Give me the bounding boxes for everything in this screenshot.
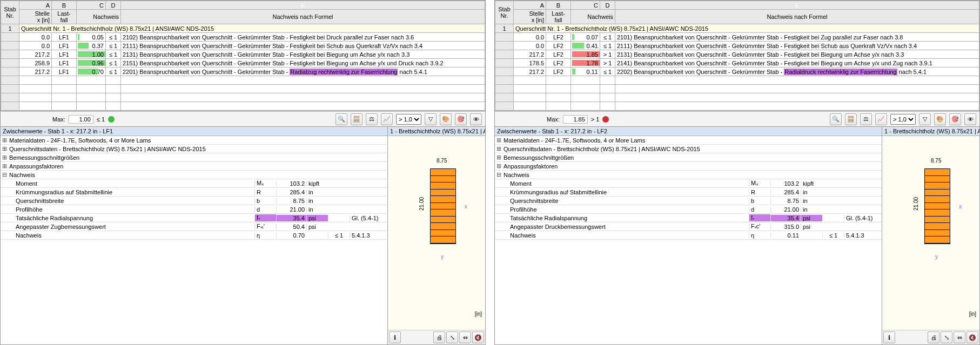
chart-icon[interactable]: 📈 — [381, 113, 393, 125]
col-header-D[interactable]: D — [600, 1, 615, 10]
value-row[interactable]: Tatsächliche Radialspannungfᵣ35.4psiGl. … — [1, 214, 387, 222]
col-stab: StabNr. — [1, 1, 19, 24]
col-header-D[interactable]: D — [106, 1, 121, 10]
palette-icon[interactable]: 🎨 — [440, 113, 452, 125]
result-row[interactable]: 0.0LF10.37≤ 12111) Beanspruchbarkeit von… — [1, 42, 485, 50]
filter-icon[interactable]: 🔍 — [335, 113, 347, 125]
print-icon[interactable]: 🖨 — [433, 332, 445, 343]
value-row[interactable]: Profilhöhed21.00in — [1, 205, 387, 214]
funnel-icon[interactable]: ▽ — [425, 113, 437, 125]
col-header-A[interactable]: A — [19, 1, 52, 10]
result-row[interactable]: 258.9LF10.96≤ 12151) Beanspruchbarkeit v… — [1, 59, 485, 67]
tree-node[interactable]: ⊞Bemessungsschnittgrößen — [1, 153, 387, 162]
value-row[interactable]: MomentMₓ103.2kipft — [495, 179, 882, 188]
threshold-combo[interactable]: > 1,0 — [396, 114, 421, 125]
value-row[interactable]: Nachweisη0.11≤ 15.4.1.3 — [495, 231, 882, 240]
stab-number[interactable]: 1 — [495, 24, 514, 33]
relation-icon[interactable]: ⚖ — [860, 113, 872, 125]
result-row[interactable]: 217.2LF21.85> 12131) Beanspruchbarkeit v… — [495, 50, 979, 59]
expand-toggle[interactable]: ⊞ — [1, 137, 8, 144]
expand-toggle[interactable]: ⊞ — [1, 163, 8, 170]
highlighted-term: Radialzug rechtwinklig zur Faserrichtung — [290, 69, 398, 75]
result-row[interactable]: 0.0LF20.41≤ 12111) Beanspruchbarkeit von… — [495, 42, 979, 50]
target-icon[interactable]: 🎯 — [949, 113, 961, 125]
value-row[interactable]: Tatsächliche Radialspannungfᵣ35.4psiGl. … — [495, 214, 882, 222]
relation-icon[interactable]: ⚖ — [366, 113, 378, 125]
tree-node[interactable]: ⊞Bemessungsschnittgrößen — [495, 153, 882, 162]
info-icon[interactable]: ℹ — [883, 332, 895, 343]
col-header-A[interactable]: A — [514, 1, 546, 10]
tree-node[interactable]: ⊟Nachweis — [1, 171, 387, 179]
expand-toggle[interactable]: ⊟ — [1, 171, 8, 178]
info-icon[interactable]: ℹ — [389, 332, 401, 343]
stab-number[interactable]: 1 — [1, 24, 19, 33]
expand-toggle[interactable]: ⊞ — [1, 154, 8, 161]
unit-tag: [in] — [475, 311, 482, 317]
result-row[interactable]: 217.2LF11.00≤ 12131) Beanspruchbarkeit v… — [1, 50, 485, 59]
axes-icon[interactable]: ⤡ — [446, 332, 458, 343]
value-row[interactable]: MomentMₓ103.2kipft — [1, 179, 387, 188]
sort-icon[interactable]: 🧮 — [845, 113, 857, 125]
col-header-B[interactable]: B — [52, 1, 77, 10]
col-header-C[interactable]: C — [571, 1, 600, 10]
sort-icon[interactable]: 🧮 — [351, 113, 363, 125]
eye-icon[interactable]: 👁 — [470, 113, 482, 125]
expand-toggle[interactable]: ⊞ — [1, 145, 8, 152]
print-icon[interactable]: 🖨 — [928, 332, 939, 343]
funnel-icon[interactable]: ▽ — [919, 113, 931, 125]
result-row[interactable]: 178.5LF21.78> 12141) Beanspruchbarkeit v… — [495, 59, 979, 67]
section-row[interactable]: Querschnitt Nr. 1 - Brettschichtholz (WS… — [19, 24, 485, 33]
tree-node[interactable]: ⊞Materialdaten - 24F-1.7E, Softwoods, 4 … — [495, 136, 882, 145]
value-row[interactable]: Nachweisη0.70≤ 15.4.1.3 — [1, 231, 387, 240]
mute-icon[interactable]: 🔇 — [472, 332, 484, 343]
value-row[interactable]: Querschnittsbreiteb8.75in — [495, 197, 882, 205]
eye-icon[interactable]: 👁 — [964, 113, 976, 125]
tree-node[interactable]: ⊞Anpassungsfaktoren — [1, 162, 387, 171]
threshold-combo[interactable]: > 1,0 — [890, 114, 916, 125]
expand-toggle[interactable]: ⊟ — [495, 171, 502, 178]
chart-icon[interactable]: 📈 — [875, 113, 887, 125]
tree-node[interactable]: ⊟Nachweis — [495, 171, 882, 179]
results-grid[interactable]: StabNr.ABCDEStellex [in]Last-fallNachwei… — [495, 1, 979, 111]
app-container: StabNr.ABCDEStellex [in]Last-fallNachwei… — [0, 0, 980, 345]
mute-icon[interactable]: 🔇 — [966, 332, 978, 343]
col-header-B[interactable]: B — [546, 1, 571, 10]
expand-toggle[interactable]: ⊞ — [495, 154, 502, 161]
filter-icon[interactable]: 🔍 — [830, 113, 842, 125]
details-area: Zwischenwerte - Stab 1 - x: 217.2 in - L… — [495, 126, 979, 344]
preview-canvas[interactable]: 8.7521.00xy[in] — [388, 136, 485, 330]
result-row[interactable]: 0.0LF10.05≤ 12102) Beanspruchbarkeit von… — [1, 33, 485, 42]
value-row[interactable]: Krümmungsradius auf StabmittellinieR285.… — [495, 188, 882, 197]
axes-icon[interactable]: ⤡ — [941, 332, 952, 343]
col-header-C[interactable]: C — [77, 1, 106, 10]
value-row[interactable]: Querschnittsbreiteb8.75in — [1, 197, 387, 205]
col-stab: StabNr. — [495, 1, 514, 24]
max-label: Max: — [547, 116, 560, 123]
target-icon[interactable]: 🎯 — [455, 113, 467, 125]
tree-node[interactable]: ⊞Querschnittsdaten - Brettschichtholz (W… — [1, 145, 387, 153]
value-row[interactable]: Angepasster ZugbemessungswertFᵣₜ'50.4psi — [1, 222, 387, 231]
palette-icon[interactable]: 🎨 — [934, 113, 946, 125]
col-header-E[interactable]: E — [615, 1, 979, 10]
expand-toggle[interactable]: ⊞ — [495, 137, 502, 144]
dim-icon[interactable]: ⇔ — [954, 332, 965, 343]
expand-toggle[interactable]: ⊞ — [495, 163, 502, 170]
tree-node[interactable]: ⊞Materialdaten - 24F-1.7E, Softwoods, 4 … — [1, 136, 387, 145]
result-row[interactable]: 0.0LF20.07≤ 12101) Beanspruchbarkeit von… — [495, 33, 979, 42]
result-row[interactable]: 217.2LF10.70≤ 12201) Beanspruchbarkeit v… — [1, 67, 485, 76]
col-header-E[interactable]: E — [121, 1, 485, 10]
results-grid[interactable]: StabNr.ABCDEStellex [in]Last-fallNachwei… — [1, 1, 485, 111]
value-row[interactable]: Profilhöhed21.00in — [495, 205, 882, 214]
result-row[interactable]: 217.2LF20.11≤ 12202) Beanspruchbarkeit v… — [495, 67, 979, 76]
dim-icon[interactable]: ⇔ — [459, 332, 471, 343]
preview-canvas[interactable]: 8.7521.00xy[in] — [882, 136, 979, 330]
value-row[interactable]: Krümmungsradius auf StabmittellinieR285.… — [1, 188, 387, 197]
value-row[interactable]: Angepasster DruckbemessungswertFᵣc'315.0… — [495, 222, 882, 231]
expand-toggle[interactable]: ⊞ — [495, 145, 502, 152]
intermediate-title: Zwischenwerte - Stab 1 - x: 217.2 in - L… — [1, 127, 387, 136]
tree-node[interactable]: ⊞Anpassungsfaktoren — [495, 162, 882, 171]
intermediate-values: Zwischenwerte - Stab 1 - x: 217.2 in - L… — [495, 127, 882, 344]
tree-node[interactable]: ⊞Querschnittsdaten - Brettschichtholz (W… — [495, 145, 882, 153]
intermediate-title: Zwischenwerte - Stab 1 - x: 217.2 in - L… — [495, 127, 882, 136]
section-row[interactable]: Querschnitt Nr. 1 - Brettschichtholz (WS… — [514, 24, 979, 33]
